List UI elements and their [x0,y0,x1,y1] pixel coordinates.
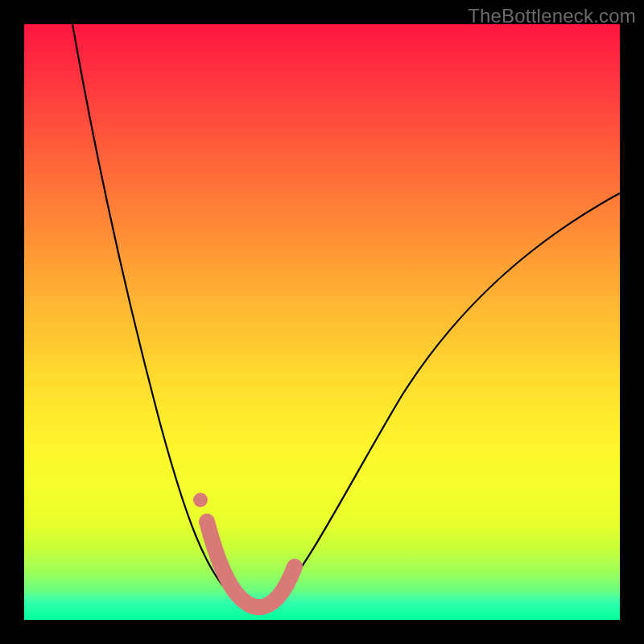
chart-plot-area [24,24,620,620]
chart-svg [24,24,620,620]
highlight-dot [193,493,208,507]
watermark-text: TheBottleneck.com [468,5,636,27]
highlight-band [207,522,295,607]
bottleneck-curve [72,24,620,608]
